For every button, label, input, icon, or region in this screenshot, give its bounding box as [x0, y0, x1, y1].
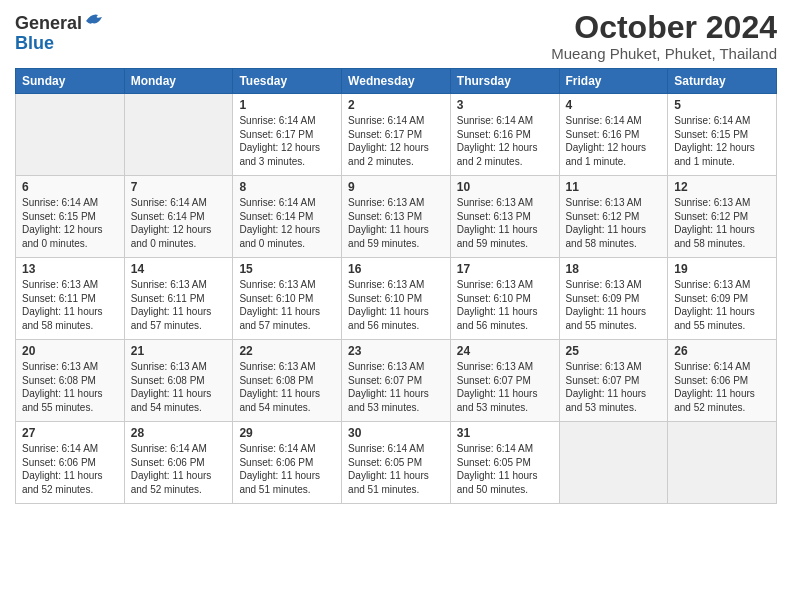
calendar-week-3: 13Sunrise: 6:13 AM Sunset: 6:11 PM Dayli… — [16, 258, 777, 340]
day-info: Sunrise: 6:14 AM Sunset: 6:05 PM Dayligh… — [348, 442, 444, 496]
day-info: Sunrise: 6:13 AM Sunset: 6:08 PM Dayligh… — [22, 360, 118, 414]
day-info: Sunrise: 6:14 AM Sunset: 6:17 PM Dayligh… — [348, 114, 444, 168]
page-header: General Blue October 2024 Mueang Phuket,… — [15, 10, 777, 62]
day-info: Sunrise: 6:13 AM Sunset: 6:13 PM Dayligh… — [457, 196, 553, 250]
calendar-cell: 23Sunrise: 6:13 AM Sunset: 6:07 PM Dayli… — [342, 340, 451, 422]
calendar-cell: 7Sunrise: 6:14 AM Sunset: 6:14 PM Daylig… — [124, 176, 233, 258]
day-number: 13 — [22, 262, 118, 276]
day-number: 5 — [674, 98, 770, 112]
calendar-cell: 16Sunrise: 6:13 AM Sunset: 6:10 PM Dayli… — [342, 258, 451, 340]
day-info: Sunrise: 6:13 AM Sunset: 6:10 PM Dayligh… — [239, 278, 335, 332]
calendar-cell: 13Sunrise: 6:13 AM Sunset: 6:11 PM Dayli… — [16, 258, 125, 340]
calendar-cell — [559, 422, 668, 504]
day-info: Sunrise: 6:14 AM Sunset: 6:15 PM Dayligh… — [22, 196, 118, 250]
day-info: Sunrise: 6:13 AM Sunset: 6:07 PM Dayligh… — [566, 360, 662, 414]
calendar-cell: 21Sunrise: 6:13 AM Sunset: 6:08 PM Dayli… — [124, 340, 233, 422]
day-number: 2 — [348, 98, 444, 112]
day-info: Sunrise: 6:13 AM Sunset: 6:08 PM Dayligh… — [239, 360, 335, 414]
day-info: Sunrise: 6:14 AM Sunset: 6:06 PM Dayligh… — [131, 442, 227, 496]
day-info: Sunrise: 6:14 AM Sunset: 6:16 PM Dayligh… — [457, 114, 553, 168]
day-number: 8 — [239, 180, 335, 194]
calendar-cell — [16, 94, 125, 176]
day-number: 3 — [457, 98, 553, 112]
logo: General Blue — [15, 10, 106, 54]
day-info: Sunrise: 6:13 AM Sunset: 6:10 PM Dayligh… — [457, 278, 553, 332]
day-number: 28 — [131, 426, 227, 440]
header-tuesday: Tuesday — [233, 69, 342, 94]
day-info: Sunrise: 6:13 AM Sunset: 6:12 PM Dayligh… — [566, 196, 662, 250]
day-number: 26 — [674, 344, 770, 358]
day-number: 27 — [22, 426, 118, 440]
calendar-cell — [124, 94, 233, 176]
day-info: Sunrise: 6:13 AM Sunset: 6:08 PM Dayligh… — [131, 360, 227, 414]
calendar-cell: 22Sunrise: 6:13 AM Sunset: 6:08 PM Dayli… — [233, 340, 342, 422]
calendar-cell: 20Sunrise: 6:13 AM Sunset: 6:08 PM Dayli… — [16, 340, 125, 422]
calendar-cell: 11Sunrise: 6:13 AM Sunset: 6:12 PM Dayli… — [559, 176, 668, 258]
calendar-cell: 8Sunrise: 6:14 AM Sunset: 6:14 PM Daylig… — [233, 176, 342, 258]
calendar-cell: 31Sunrise: 6:14 AM Sunset: 6:05 PM Dayli… — [450, 422, 559, 504]
day-number: 20 — [22, 344, 118, 358]
calendar-cell: 19Sunrise: 6:13 AM Sunset: 6:09 PM Dayli… — [668, 258, 777, 340]
day-number: 29 — [239, 426, 335, 440]
calendar-cell: 3Sunrise: 6:14 AM Sunset: 6:16 PM Daylig… — [450, 94, 559, 176]
calendar-week-1: 1Sunrise: 6:14 AM Sunset: 6:17 PM Daylig… — [16, 94, 777, 176]
day-number: 24 — [457, 344, 553, 358]
day-number: 16 — [348, 262, 444, 276]
day-info: Sunrise: 6:14 AM Sunset: 6:15 PM Dayligh… — [674, 114, 770, 168]
day-number: 12 — [674, 180, 770, 194]
day-info: Sunrise: 6:14 AM Sunset: 6:16 PM Dayligh… — [566, 114, 662, 168]
calendar-cell: 28Sunrise: 6:14 AM Sunset: 6:06 PM Dayli… — [124, 422, 233, 504]
day-info: Sunrise: 6:13 AM Sunset: 6:07 PM Dayligh… — [457, 360, 553, 414]
day-number: 18 — [566, 262, 662, 276]
calendar-cell: 26Sunrise: 6:14 AM Sunset: 6:06 PM Dayli… — [668, 340, 777, 422]
day-number: 15 — [239, 262, 335, 276]
day-info: Sunrise: 6:13 AM Sunset: 6:07 PM Dayligh… — [348, 360, 444, 414]
header-thursday: Thursday — [450, 69, 559, 94]
day-info: Sunrise: 6:13 AM Sunset: 6:09 PM Dayligh… — [566, 278, 662, 332]
day-info: Sunrise: 6:14 AM Sunset: 6:06 PM Dayligh… — [22, 442, 118, 496]
calendar-cell: 9Sunrise: 6:13 AM Sunset: 6:13 PM Daylig… — [342, 176, 451, 258]
day-number: 30 — [348, 426, 444, 440]
logo-general-text: General — [15, 14, 82, 34]
day-number: 4 — [566, 98, 662, 112]
day-info: Sunrise: 6:14 AM Sunset: 6:05 PM Dayligh… — [457, 442, 553, 496]
day-info: Sunrise: 6:14 AM Sunset: 6:06 PM Dayligh… — [239, 442, 335, 496]
day-info: Sunrise: 6:13 AM Sunset: 6:13 PM Dayligh… — [348, 196, 444, 250]
day-number: 22 — [239, 344, 335, 358]
day-number: 19 — [674, 262, 770, 276]
header-monday: Monday — [124, 69, 233, 94]
header-friday: Friday — [559, 69, 668, 94]
calendar-week-5: 27Sunrise: 6:14 AM Sunset: 6:06 PM Dayli… — [16, 422, 777, 504]
day-info: Sunrise: 6:14 AM Sunset: 6:17 PM Dayligh… — [239, 114, 335, 168]
day-info: Sunrise: 6:13 AM Sunset: 6:09 PM Dayligh… — [674, 278, 770, 332]
title-section: October 2024 Mueang Phuket, Phuket, Thai… — [551, 10, 777, 62]
calendar-cell: 12Sunrise: 6:13 AM Sunset: 6:12 PM Dayli… — [668, 176, 777, 258]
calendar-cell: 1Sunrise: 6:14 AM Sunset: 6:17 PM Daylig… — [233, 94, 342, 176]
day-number: 31 — [457, 426, 553, 440]
calendar-cell: 5Sunrise: 6:14 AM Sunset: 6:15 PM Daylig… — [668, 94, 777, 176]
day-info: Sunrise: 6:13 AM Sunset: 6:12 PM Dayligh… — [674, 196, 770, 250]
day-info: Sunrise: 6:13 AM Sunset: 6:11 PM Dayligh… — [131, 278, 227, 332]
day-number: 23 — [348, 344, 444, 358]
day-number: 14 — [131, 262, 227, 276]
calendar-header-row: SundayMondayTuesdayWednesdayThursdayFrid… — [16, 69, 777, 94]
calendar-table: SundayMondayTuesdayWednesdayThursdayFrid… — [15, 68, 777, 504]
location-title: Mueang Phuket, Phuket, Thailand — [551, 45, 777, 62]
calendar-week-2: 6Sunrise: 6:14 AM Sunset: 6:15 PM Daylig… — [16, 176, 777, 258]
day-info: Sunrise: 6:13 AM Sunset: 6:11 PM Dayligh… — [22, 278, 118, 332]
calendar-cell: 24Sunrise: 6:13 AM Sunset: 6:07 PM Dayli… — [450, 340, 559, 422]
calendar-cell: 18Sunrise: 6:13 AM Sunset: 6:09 PM Dayli… — [559, 258, 668, 340]
calendar-week-4: 20Sunrise: 6:13 AM Sunset: 6:08 PM Dayli… — [16, 340, 777, 422]
day-number: 17 — [457, 262, 553, 276]
calendar-cell: 25Sunrise: 6:13 AM Sunset: 6:07 PM Dayli… — [559, 340, 668, 422]
day-info: Sunrise: 6:14 AM Sunset: 6:14 PM Dayligh… — [239, 196, 335, 250]
calendar-cell: 10Sunrise: 6:13 AM Sunset: 6:13 PM Dayli… — [450, 176, 559, 258]
day-info: Sunrise: 6:13 AM Sunset: 6:10 PM Dayligh… — [348, 278, 444, 332]
day-number: 10 — [457, 180, 553, 194]
calendar-cell: 14Sunrise: 6:13 AM Sunset: 6:11 PM Dayli… — [124, 258, 233, 340]
logo-blue-text: Blue — [15, 34, 54, 54]
calendar-cell: 27Sunrise: 6:14 AM Sunset: 6:06 PM Dayli… — [16, 422, 125, 504]
calendar-cell — [668, 422, 777, 504]
calendar-cell: 4Sunrise: 6:14 AM Sunset: 6:16 PM Daylig… — [559, 94, 668, 176]
day-number: 1 — [239, 98, 335, 112]
